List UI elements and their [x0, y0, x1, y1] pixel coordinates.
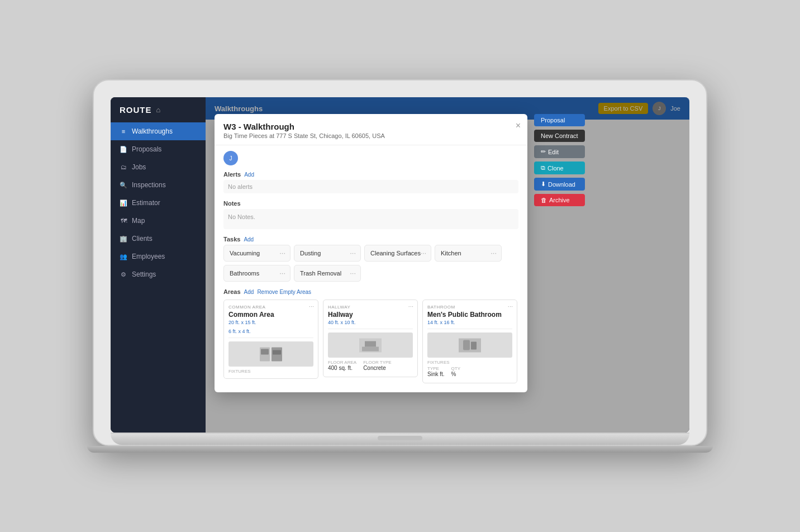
area-image: [328, 332, 413, 358]
qty-col: QTY %: [451, 366, 460, 377]
task-card-kitchen[interactable]: Kitchen ···: [435, 245, 502, 262]
modal-subtitle: Big Time Pieces at 777 S State St, Chica…: [223, 132, 518, 139]
area-menu-dots[interactable]: ···: [408, 303, 413, 310]
task-menu-dots[interactable]: ···: [279, 269, 285, 277]
map-icon: 🗺: [120, 217, 127, 224]
edit-icon: ✏: [541, 148, 546, 155]
floor-type-col: FLOOR TYPE Concrete: [363, 360, 392, 371]
notes-content[interactable]: No Notes.: [223, 209, 518, 229]
area-size: 14 ft. x 16 ft.: [427, 320, 512, 325]
sidebar-nav: ≡ Walkthroughs 📄 Proposals 🗂 Jobs 🔍: [111, 122, 206, 433]
sidebar: ROUTE ⌂ ≡ Walkthroughs 📄 Proposals: [111, 97, 206, 433]
alerts-content: No alerts: [223, 180, 518, 193]
tasks-add-link[interactable]: Add: [244, 236, 254, 243]
task-menu-dots[interactable]: ···: [420, 249, 426, 257]
task-name: Bathrooms: [230, 270, 259, 277]
area-card-hallway: ··· HALLWAY Hallway 40 ft. x 10 ft.: [323, 300, 418, 383]
area-type: BATHROOM: [427, 305, 512, 310]
sidebar-item-clients[interactable]: 🏢 Clients: [111, 230, 206, 248]
proposal-button[interactable]: Proposal: [534, 114, 585, 126]
archive-button[interactable]: 🗑 Archive: [534, 194, 585, 206]
area-card[interactable]: ··· HALLWAY Hallway 40 ft. x 10 ft.: [323, 300, 418, 377]
walkthrough-modal: W3 - Walkthrough Big Time Pieces at 777 …: [215, 114, 527, 392]
archive-icon: 🗑: [541, 197, 547, 203]
svg-rect-8: [463, 340, 470, 350]
task-menu-dots[interactable]: ···: [491, 249, 497, 257]
area-image: [427, 332, 512, 358]
employees-icon: 👥: [120, 253, 127, 260]
sidebar-item-estimator[interactable]: 📊 Estimator: [111, 194, 206, 212]
clone-button[interactable]: ⧉ Clone: [534, 162, 585, 174]
sidebar-item-proposals[interactable]: 📄 Proposals: [111, 140, 206, 158]
areas-remove-empty-link[interactable]: Remove Empty Areas: [257, 289, 311, 295]
sidebar-item-inspections[interactable]: 🔍 Inspections: [111, 176, 206, 194]
settings-icon: ⚙: [120, 271, 127, 278]
clone-icon: ⧉: [541, 164, 545, 172]
type-val: Sink ft.: [427, 371, 445, 377]
sidebar-label-map: Map: [132, 217, 145, 225]
estimator-icon: 📊: [120, 200, 127, 207]
sidebar-item-settings[interactable]: ⚙ Settings: [111, 265, 206, 283]
modal-close-button[interactable]: ×: [516, 121, 521, 131]
sidebar-logo: ROUTE ⌂: [111, 97, 206, 122]
home-icon: ⌂: [156, 106, 161, 114]
task-card-trash[interactable]: Trash Removal ···: [294, 265, 361, 282]
tasks-section-label: Tasks Add: [223, 236, 518, 243]
user-avatar-initial: J: [230, 155, 232, 162]
area-menu-dots[interactable]: ···: [309, 303, 314, 310]
qty-val: %: [451, 371, 460, 377]
sidebar-label-jobs: Jobs: [132, 163, 146, 171]
sidebar-item-jobs[interactable]: 🗂 Jobs: [111, 158, 206, 176]
areas-header: Areas Add Remove Empty Areas: [223, 288, 518, 295]
modal-with-panel: W3 - Walkthrough Big Time Pieces at 777 …: [215, 114, 585, 392]
floor-area-val: 400 sq. ft.: [328, 365, 356, 371]
area-card[interactable]: ··· COMMON AREA Common Area 20 ft. x 15 …: [223, 300, 318, 379]
floor-area-col: FLOOR AREA 400 sq. ft.: [328, 360, 356, 371]
task-card-bathrooms[interactable]: Bathrooms ···: [223, 265, 291, 282]
main-content: Walkthroughs Export to CSV J Joe: [206, 97, 689, 433]
task-card-dusting[interactable]: Dusting ···: [294, 245, 361, 262]
areas-add-link[interactable]: Add: [244, 289, 254, 295]
svg-rect-9: [471, 341, 477, 349]
user-avatar-small: J: [223, 151, 238, 165]
area-card[interactable]: ··· BATHROOM Men's Public Bathroom 14 ft…: [422, 300, 517, 383]
sidebar-label-employees: Employees: [132, 253, 165, 260]
area-card-bathroom: ··· BATHROOM Men's Public Bathroom 14 ft…: [422, 300, 517, 383]
sidebar-item-employees[interactable]: 👥 Employees: [111, 248, 206, 265]
sidebar-label-clients: Clients: [132, 235, 153, 243]
qty-key: QTY: [451, 366, 460, 371]
area-name: Hallway: [328, 311, 413, 319]
type-col: TYPE Sink ft.: [427, 366, 445, 377]
area-detail-row: FIXTURES: [427, 360, 512, 365]
tasks-label: Tasks: [223, 236, 240, 243]
task-card-vacuuming[interactable]: Vacuuming ···: [223, 245, 291, 262]
area-size: 40 ft. x 10 ft.: [328, 320, 413, 325]
task-name: Trash Removal: [300, 270, 341, 277]
task-name: Kitchen: [441, 250, 461, 256]
sidebar-item-walkthroughs[interactable]: ≡ Walkthroughs: [111, 122, 206, 140]
floor-type-key: FLOOR TYPE: [363, 360, 392, 365]
alerts-section-label: Alerts Add: [223, 171, 518, 178]
area-fixtures-label: FIXTURES: [228, 369, 313, 374]
sidebar-label-settings: Settings: [132, 270, 156, 278]
task-menu-dots[interactable]: ···: [350, 269, 356, 277]
new-contract-button[interactable]: New Contract: [534, 130, 585, 142]
areas-grid: ··· COMMON AREA Common Area 20 ft. x 15 …: [223, 300, 518, 383]
task-card-cleaning[interactable]: Cleaning Surfaces ···: [364, 245, 431, 262]
alerts-add-link[interactable]: Add: [244, 172, 254, 178]
edit-button[interactable]: ✏ Edit: [534, 145, 585, 158]
area-size: 20 ft. x 15 ft.: [228, 320, 313, 325]
area-type: COMMON AREA: [228, 305, 313, 310]
tasks-grid: Vacuuming ··· Dusting ··· Cl: [223, 245, 518, 282]
sidebar-label-walkthroughs: Walkthroughs: [132, 127, 173, 135]
modal-title: W3 - Walkthrough: [223, 122, 518, 131]
area-name: Men's Public Bathroom: [427, 311, 512, 319]
svg-rect-5: [362, 346, 379, 351]
task-menu-dots[interactable]: ···: [350, 249, 356, 257]
download-button[interactable]: ⬇ Download: [534, 178, 585, 191]
sidebar-item-map[interactable]: 🗺 Map: [111, 212, 206, 230]
task-menu-dots[interactable]: ···: [279, 249, 285, 257]
right-panel: Proposal New Contract ✏ Edit ⧉ Clone: [534, 114, 585, 206]
area-menu-dots[interactable]: ···: [508, 303, 513, 310]
sidebar-label-inspections: Inspections: [132, 181, 166, 189]
